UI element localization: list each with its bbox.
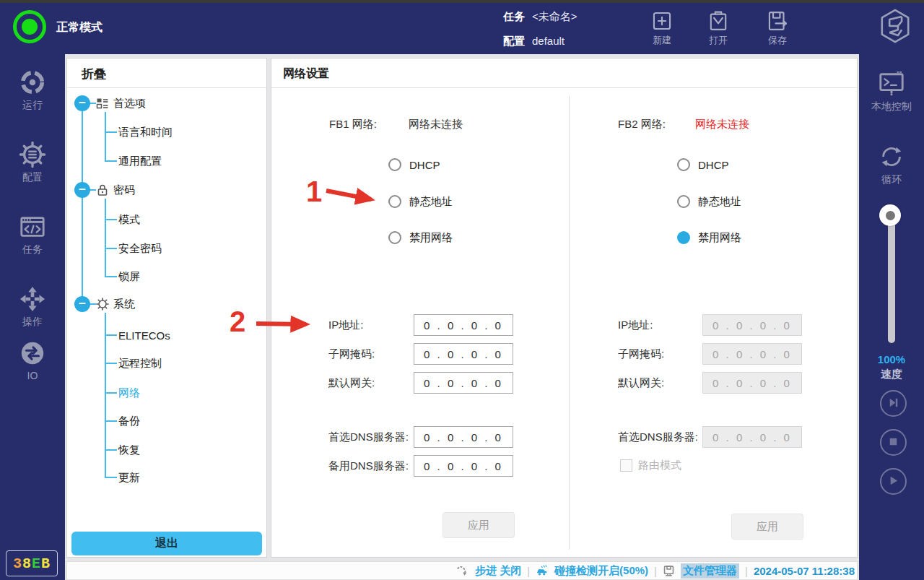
tree-collapse-header[interactable]: 折叠 — [82, 66, 106, 82]
stop-button[interactable] — [880, 429, 907, 456]
fb2-network-status: 网络未连接 — [695, 117, 749, 131]
save-icon — [754, 9, 801, 33]
radio-label: DHCP — [409, 159, 440, 171]
fb1-subnet-input[interactable]: 0 . 0 . 0 . 0 — [414, 343, 513, 365]
collapse-node-system[interactable]: − — [74, 296, 90, 312]
tree-group-system[interactable]: 系统 — [96, 295, 135, 313]
play-button[interactable] — [880, 468, 907, 495]
tree-item-label: 远程控制 — [118, 357, 162, 371]
separator: | — [745, 565, 748, 577]
tree-item-lock-screen[interactable]: 锁屏 — [118, 268, 140, 285]
top-bar: 正常模式 任务 <未命名> 配置 default 新建 打开 保存 — [0, 3, 924, 54]
fb2-route-mode-row[interactable]: 路由模式 — [620, 459, 681, 472]
tree-item-label: 安全密码 — [118, 242, 162, 256]
save-button[interactable]: 保存 — [754, 9, 801, 47]
network-settings-panel: 网络设置 FB1 网络: 网络未连接 DHCP 静态地址 禁用网络 IP地址: … — [271, 58, 858, 558]
speed-label: 速度 — [859, 368, 924, 381]
fb2-dns1-input: 0 . 0 . 0 . 0 — [702, 426, 802, 448]
exit-button[interactable]: 退出 — [71, 532, 262, 555]
tree-line — [105, 334, 117, 336]
new-button[interactable]: 新建 — [639, 9, 685, 47]
fb1-gateway-label: 默认网关: — [328, 376, 375, 390]
fb2-ip-input: 0 . 0 . 0 . 0 — [702, 314, 802, 336]
safety-checksum-badge[interactable]: 3 8 E B — [6, 550, 58, 576]
tree-item-label: 模式 — [118, 213, 140, 227]
tree-item-label: 备份 — [118, 415, 140, 428]
tree-item-update[interactable]: 更新 — [118, 469, 140, 486]
fb2-radio-dhcp[interactable]: DHCP — [677, 157, 729, 172]
fb1-radio-disable[interactable]: 禁用网络 — [388, 230, 453, 245]
new-icon — [639, 9, 685, 33]
collision-detection-status[interactable]: 碰撞检测开启(50%) — [554, 564, 648, 578]
lock-icon — [96, 183, 109, 196]
tree-line — [105, 276, 117, 277]
config-value: default — [532, 35, 565, 48]
fb2-subnet-label: 子网掩码: — [618, 347, 664, 361]
robot-status-indicator[interactable] — [13, 10, 46, 43]
loop-button[interactable]: 循环 — [859, 143, 924, 186]
fb2-apply-button[interactable]: 应用 — [731, 514, 803, 540]
fb2-radio-disable[interactable]: 禁用网络 — [677, 230, 741, 245]
fb2-radio-static[interactable]: 静态地址 — [677, 194, 741, 209]
fb1-subnet-label: 子网掩码: — [328, 347, 375, 361]
nav-operate[interactable]: 操作 — [0, 285, 65, 329]
tree-group-preferences[interactable]: 首选项 — [96, 95, 146, 112]
preferences-icon — [96, 97, 109, 110]
radio-icon[interactable] — [388, 231, 401, 244]
collapse-node-password[interactable]: − — [74, 182, 90, 198]
collapse-node-preferences[interactable]: − — [74, 95, 90, 111]
fb1-dns1-input[interactable]: 0 . 0 . 0 . 0 — [414, 426, 513, 448]
tree-item-backup[interactable]: 备份 — [118, 412, 140, 430]
nav-run[interactable]: 运行 — [0, 69, 65, 112]
step-mode-icon — [456, 564, 469, 577]
tree-item-network[interactable]: 网络 — [118, 384, 140, 402]
fb1-network-status: 网络未连接 — [409, 117, 463, 131]
tree-item-remote-control[interactable]: 远程控制 — [118, 355, 162, 372]
annotation-number-2: 2 — [230, 307, 245, 336]
task-row: 任务 <未命名> — [503, 10, 578, 24]
speed-slider-track[interactable] — [888, 213, 895, 343]
fb1-radio-dhcp[interactable]: DHCP — [388, 157, 440, 172]
nav-operate-label: 操作 — [0, 316, 65, 329]
tree-line — [105, 248, 117, 249]
tree-group-password[interactable]: 密码 — [96, 181, 135, 199]
file-manager-button[interactable]: 文件管理器 — [681, 563, 739, 579]
fb1-ip-input[interactable]: 0 . 0 . 0 . 0 — [414, 314, 513, 336]
tree-item-label: 恢复 — [118, 443, 140, 457]
tree-item-language-time[interactable]: 语言和时间 — [118, 124, 173, 141]
step-mode-status[interactable]: 步进 关闭 — [475, 564, 521, 578]
tree-item-safety-password[interactable]: 安全密码 — [118, 240, 162, 257]
tree-line — [105, 313, 106, 477]
nav-config-label: 配置 — [0, 171, 65, 184]
tree-item-mode[interactable]: 模式 — [118, 211, 140, 228]
checkbox-icon[interactable] — [620, 459, 632, 472]
fb1-gateway-input[interactable]: 0 . 0 . 0 . 0 — [414, 372, 513, 394]
nav-io[interactable]: IO — [0, 339, 65, 381]
tree-item-general-config[interactable]: 通用配置 — [118, 152, 162, 170]
tree-group-label: 系统 — [113, 298, 135, 311]
nav-task[interactable]: 任务 — [0, 213, 65, 256]
fb1-radio-static[interactable]: 静态地址 — [388, 194, 453, 209]
local-control-button[interactable]: 本地控制 — [859, 70, 924, 113]
nav-config[interactable]: 配置 — [0, 141, 65, 184]
fb1-apply-button[interactable]: 应用 — [443, 512, 515, 538]
radio-icon[interactable] — [388, 195, 401, 208]
task-label: 任务 — [503, 10, 525, 24]
tree-item-label: 通用配置 — [118, 155, 162, 168]
radio-icon[interactable] — [677, 195, 690, 208]
radio-icon[interactable] — [677, 158, 690, 171]
speed-slider-knob[interactable] — [879, 204, 901, 226]
divider — [271, 87, 857, 88]
open-button[interactable]: 打开 — [695, 9, 741, 47]
fb2-ip-label: IP地址: — [618, 318, 653, 332]
step-forward-button[interactable] — [880, 390, 907, 417]
config-label: 配置 — [503, 35, 525, 48]
fb1-dns2-input[interactable]: 0 . 0 . 0 . 0 — [414, 455, 513, 477]
tree-item-elitecos[interactable]: ELITECOs — [118, 326, 170, 344]
tree-item-restore[interactable]: 恢复 — [118, 441, 140, 459]
radio-icon-checked[interactable] — [677, 231, 690, 244]
left-nav-rail: 运行 配置 — [0, 54, 65, 580]
radio-icon[interactable] — [388, 158, 401, 171]
tree-line — [90, 303, 96, 305]
save-button-label: 保存 — [754, 34, 801, 47]
